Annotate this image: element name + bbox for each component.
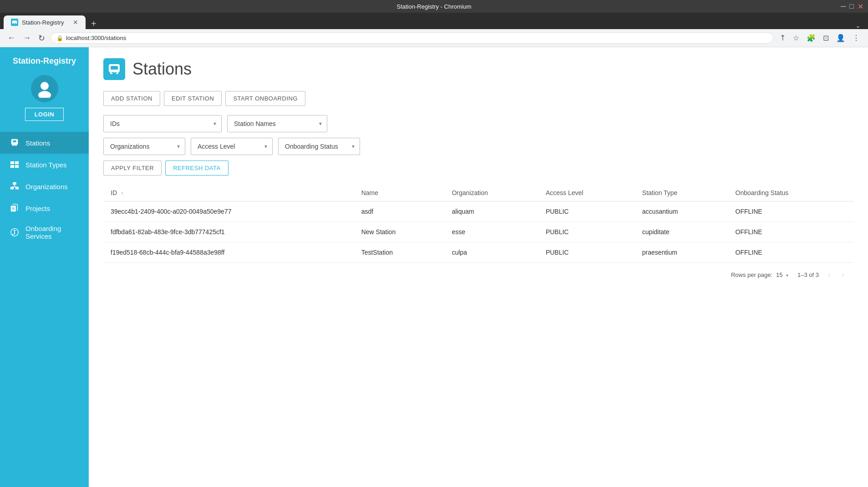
cell-id: fdfbda61-82ab-483e-9fce-3db777425cf1 <box>103 222 354 242</box>
svg-point-3 <box>41 82 49 90</box>
action-buttons: ADD STATION EDIT STATION START ONBOARDIN… <box>103 91 853 106</box>
filters-row-2: Organizations Access Level Onboarding St… <box>103 138 853 155</box>
cell-onboarding-status: OFFLINE <box>728 222 853 242</box>
menu-button[interactable]: ⋮ <box>850 32 863 44</box>
sidebar-item-organizations[interactable]: Organizations <box>0 176 89 197</box>
sidebar-item-projects[interactable]: Projects <box>0 197 89 219</box>
page-info: 1–3 of 3 <box>797 271 819 278</box>
active-tab[interactable]: Station-Registry ✕ <box>4 15 86 29</box>
rows-per-page-label: Rows per page: <box>731 271 772 278</box>
new-tab-button[interactable]: + <box>87 19 100 29</box>
cell-name: TestStation <box>354 242 445 263</box>
col-name: Name <box>354 185 445 201</box>
main-content: Stations ADD STATION EDIT STATION START … <box>89 47 868 487</box>
sidebar-item-label-onboarding: Onboarding Services <box>25 225 80 240</box>
prev-page-button[interactable]: ‹ <box>826 268 832 281</box>
stations-table: ID ↑ Name Organization Access Level Stat… <box>103 185 853 263</box>
organizations-icon <box>9 181 20 192</box>
sidebar-item-label-organizations: Organizations <box>25 183 68 191</box>
onboarding-icon <box>9 227 20 238</box>
cell-organization: culpa <box>445 242 538 263</box>
tab-favicon <box>11 19 18 26</box>
svg-point-25 <box>12 234 14 235</box>
station-names-filter[interactable]: Station Names <box>227 115 327 132</box>
maximize-icon[interactable]: □ <box>849 2 854 10</box>
rows-per-page: Rows per page: 15 25 50 <box>731 271 790 278</box>
cell-id: 39ecc4b1-2409-400c-a020-0049a50e9e77 <box>103 201 354 222</box>
close-icon[interactable]: ✕ <box>858 2 863 11</box>
svg-rect-14 <box>13 182 16 185</box>
apply-filter-button[interactable]: APPLY FILTER <box>103 161 162 176</box>
svg-point-4 <box>38 91 51 98</box>
rows-per-page-select[interactable]: 15 25 50 <box>776 271 790 278</box>
svg-rect-10 <box>10 161 14 164</box>
table-row[interactable]: 39ecc4b1-2409-400c-a020-0049a50e9e77 asd… <box>103 201 853 222</box>
cell-access-level: PUBLIC <box>538 222 635 242</box>
tab-close-button[interactable]: ✕ <box>73 19 78 26</box>
access-level-filter-wrapper: Access Level <box>191 138 273 155</box>
col-organization: Organization <box>445 185 538 201</box>
login-button[interactable]: LOGIN <box>25 108 64 121</box>
cell-onboarding-status: OFFLINE <box>728 242 853 263</box>
tab-title: Station-Registry <box>22 19 64 26</box>
organizations-filter[interactable]: Organizations <box>103 138 185 155</box>
sort-icon-id: ↑ <box>121 190 123 196</box>
edit-station-button[interactable]: EDIT STATION <box>164 91 222 106</box>
sidebar-item-onboarding[interactable]: Onboarding Services <box>0 219 89 246</box>
cell-access-level: PUBLIC <box>538 242 635 263</box>
sidebar-item-label-stations: Stations <box>25 139 50 147</box>
page-icon <box>103 58 125 80</box>
add-station-button[interactable]: ADD STATION <box>103 91 160 106</box>
sidebar-item-stations[interactable]: Stations <box>0 132 89 154</box>
sidebar-item-label-projects: Projects <box>25 205 50 212</box>
account-button[interactable]: 👤 <box>833 32 848 44</box>
extensions-button[interactable]: 🧩 <box>804 32 818 44</box>
cell-station-type: praesentium <box>635 242 728 263</box>
url-bar[interactable]: 🔒 localhost:3000/stations <box>51 32 773 44</box>
reload-button[interactable]: ↻ <box>36 31 47 45</box>
cell-name: New Station <box>354 222 445 242</box>
minimize-icon[interactable]: ─ <box>841 2 846 10</box>
train-icon <box>9 137 20 148</box>
svg-rect-30 <box>111 66 118 70</box>
svg-point-2 <box>15 23 16 25</box>
onboarding-status-filter[interactable]: Onboarding Status <box>278 138 360 155</box>
table-row[interactable]: f19ed518-68cb-444c-bfa9-44588a3e98ff Tes… <box>103 242 853 263</box>
svg-rect-19 <box>11 206 16 212</box>
browser-titlebar: Station-Registry - Chromium ─ □ ✕ <box>0 0 868 13</box>
split-view-button[interactable]: ⊡ <box>820 32 832 44</box>
page-train-icon <box>107 62 121 76</box>
table-row[interactable]: fdfbda61-82ab-483e-9fce-3db777425cf1 New… <box>103 222 853 242</box>
browser-menu-icon[interactable]: ⌄ <box>855 22 861 29</box>
access-level-filter[interactable]: Access Level <box>191 138 273 155</box>
cell-station-type: cupiditate <box>635 222 728 242</box>
svg-point-1 <box>13 23 14 25</box>
cell-station-type: accusantium <box>635 201 728 222</box>
station-type-icon <box>9 159 20 170</box>
sidebar-item-label-station-types: Station Types <box>25 161 67 169</box>
ids-filter-wrapper: IDs <box>103 115 222 132</box>
forward-button[interactable]: → <box>21 31 33 45</box>
svg-rect-15 <box>10 187 14 190</box>
back-button[interactable]: ← <box>5 31 17 45</box>
start-onboarding-button[interactable]: START ONBOARDING <box>225 91 305 106</box>
ids-filter[interactable]: IDs <box>103 115 222 132</box>
col-id[interactable]: ID ↑ <box>103 185 354 201</box>
sidebar-nav: Stations Station Types <box>0 132 89 246</box>
sidebar: Station-Registry LOGIN St <box>0 47 89 487</box>
browser-tabs: Station-Registry ✕ + ⌄ <box>0 13 868 29</box>
window-controls: ─ □ ✕ <box>841 2 863 11</box>
page-header: Stations <box>103 58 853 80</box>
filters-row-1: IDs Station Names <box>103 115 853 132</box>
app-container: Station-Registry LOGIN St <box>0 47 868 487</box>
svg-rect-16 <box>15 187 19 190</box>
sidebar-item-station-types[interactable]: Station Types <box>0 154 89 176</box>
user-avatar <box>31 75 58 102</box>
refresh-data-button[interactable]: REFRESH DATA <box>165 161 228 176</box>
bookmark-button[interactable]: ☆ <box>790 32 802 44</box>
next-page-button[interactable]: › <box>840 268 846 281</box>
col-onboarding-status: Onboarding Status <box>728 185 853 201</box>
cell-organization: esse <box>445 222 538 242</box>
share-button[interactable]: ⤒ <box>777 32 788 44</box>
cell-organization: aliquam <box>445 201 538 222</box>
